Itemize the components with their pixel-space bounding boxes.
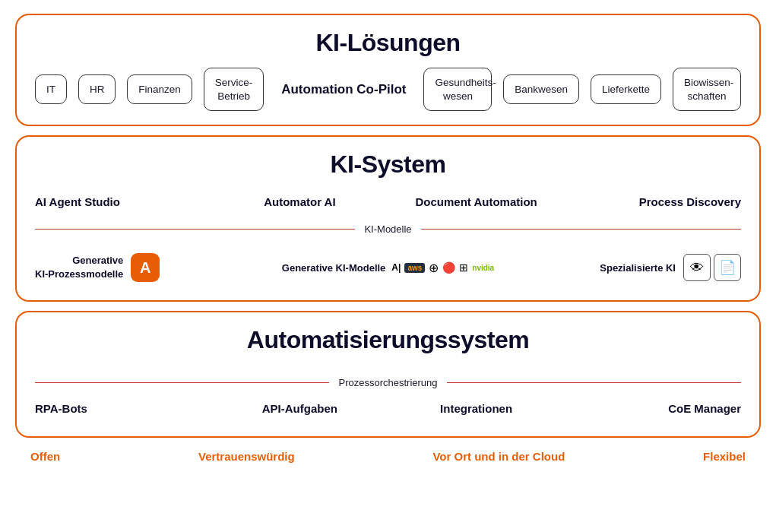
model-logos: A| aws ⊕ 🔴 ⊞ nvidia — [391, 261, 494, 275]
tag-hr: HR — [78, 74, 116, 105]
ki-system-title: KI-System — [35, 150, 741, 179]
spez-label: Spezialisierte KI — [600, 262, 676, 274]
tag-biowissen: Biowissen-schaften — [673, 68, 741, 111]
automatisierungssystem-section: Automatisierungssystem Prozessorchest­ri… — [15, 311, 761, 438]
tag-finanzen: Finanzen — [127, 74, 192, 105]
logo-aws: aws — [404, 263, 425, 273]
ki-system-item-4: Process Discovery — [565, 195, 741, 208]
prozess-divider-right — [447, 382, 741, 384]
tag-gesundheit: Gesundheits-wesen — [423, 68, 492, 111]
logo-anthropic: A| — [391, 262, 401, 273]
gen-ki-modelle-block: Generative KI-Modelle A| aws ⊕ 🔴 ⊞ nvidi… — [227, 261, 548, 275]
ki-system-item-1: AI Agent Studio — [35, 195, 211, 208]
prozess-divider-left — [35, 382, 329, 384]
logo-google: 🔴 — [442, 261, 455, 274]
ki-loesungen-section: KI-Lösungen IT HR Finanzen Service-Betri… — [15, 14, 761, 126]
auto-item-2: API-Aufgaben — [211, 402, 388, 415]
automation-copilot-label: Automation Co-Pilot — [275, 82, 412, 97]
divider-right — [421, 229, 741, 230]
automator-icon: A — [131, 253, 160, 282]
gen-ki-label: Generative KI-Modelle — [282, 262, 386, 274]
ki-system-section: KI-System AI Agent Studio Automator AI D… — [15, 135, 761, 302]
ki-loesungen-row: IT HR Finanzen Service-Betrieb Automatio… — [35, 68, 741, 111]
ki-system-item-3: Document Automation — [388, 195, 565, 208]
prozess-divider: Prozessorchest­rierung — [35, 377, 741, 388]
tag-bankwesen: Bankwesen — [503, 74, 579, 105]
auto-item-1: RPA-Bots — [35, 402, 211, 415]
footer-vertrauenswuerdig: Vertrauenswürdig — [198, 450, 295, 463]
logo-openai: ⊕ — [429, 261, 439, 275]
doc-icon: 📄 — [714, 254, 741, 281]
ki-models-row: GenerativeKI-Prozessmodelle A Generative… — [35, 249, 741, 287]
tag-lieferkette: Lieferkette — [591, 74, 661, 105]
gen-prozess-block: GenerativeKI-Prozessmodelle A — [35, 253, 227, 282]
logo-nvidia: nvidia — [472, 264, 494, 272]
divider-left — [35, 229, 355, 230]
spezialisierte-block: Spezialisierte KI 👁 📄 — [549, 254, 741, 281]
eye-icon: 👁 — [683, 254, 711, 281]
ki-system-items-row: AI Agent Studio Automator AI Document Au… — [35, 189, 741, 220]
gen-prozess-text: GenerativeKI-Prozessmodelle — [35, 254, 123, 281]
footer-row: Offen Vertrauenswürdig Vor Ort und in de… — [15, 447, 761, 466]
ki-loesungen-title: KI-Lösungen — [35, 29, 741, 57]
automatisierungssystem-title: Automatisierungssystem — [35, 326, 741, 354]
ki-modelle-divider: KI-Modelle — [35, 223, 741, 235]
auto-content: Prozessorchest­rierung RPA-Bots API-Aufg… — [35, 365, 741, 423]
auto-item-4: CoE Manager — [565, 402, 741, 415]
tag-it: IT — [35, 74, 67, 105]
footer-vor-ort: Vor Ort und in der Cloud — [432, 450, 565, 463]
auto-item-3: Integrationen — [388, 402, 565, 415]
auto-items-row: RPA-Bots API-Aufgaben Integrationen CoE … — [35, 399, 741, 423]
spez-icons: 👁 📄 — [683, 254, 741, 281]
logo-microsoft: ⊞ — [459, 261, 468, 274]
ki-system-item-2: Automator AI — [211, 195, 388, 208]
tag-service-betrieb: Service-Betrieb — [204, 68, 264, 111]
prozess-label: Prozessorchest­rierung — [338, 377, 437, 388]
footer-flexibel: Flexibel — [703, 450, 746, 463]
footer-offen: Offen — [30, 450, 60, 463]
ki-modelle-label: KI-Modelle — [364, 223, 411, 235]
